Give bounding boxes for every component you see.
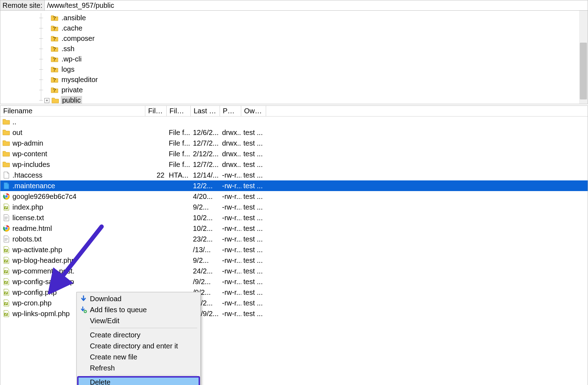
file-size-cell bbox=[145, 249, 167, 250]
file-own-cell: test ... bbox=[241, 202, 266, 212]
tree-item-label: logs bbox=[60, 65, 76, 74]
folder-unknown-icon bbox=[51, 45, 59, 53]
file-name-cell: wp-admin bbox=[0, 139, 145, 148]
folder-unknown-icon bbox=[51, 35, 59, 43]
folder-icon bbox=[2, 139, 10, 147]
file-perm-cell: -rw-r... bbox=[220, 224, 241, 233]
file-name-label: license.txt bbox=[12, 214, 44, 222]
file-name-label: index.php bbox=[12, 203, 43, 211]
column-owner[interactable]: Own... bbox=[241, 106, 266, 116]
tree-scrollbar-thumb[interactable] bbox=[580, 43, 587, 99]
file-rows: ..outFile f...12/6/2...drwx...test ...wp… bbox=[0, 116, 588, 319]
file-type-cell: File f... bbox=[167, 149, 191, 159]
tree-item-label: .cache bbox=[60, 24, 84, 33]
file-date-cell: 23/2... bbox=[191, 234, 220, 244]
tree-item[interactable]: logs bbox=[39, 64, 588, 75]
folder-icon bbox=[52, 97, 59, 104]
tree-scrollbar[interactable] bbox=[579, 11, 588, 104]
tree-item[interactable]: mysqleditor bbox=[39, 75, 588, 85]
file-own-cell: test ... bbox=[241, 139, 266, 148]
file-row[interactable]: outFile f...12/6/2...drwx...test ... bbox=[0, 127, 588, 138]
tree-item[interactable]: .cache bbox=[39, 23, 588, 33]
file-row[interactable]: wp-activate.php/13/...-rw-r...test ... bbox=[0, 244, 588, 255]
file-row[interactable]: google9269eb6c7c44/20...-rw-r...test ... bbox=[0, 191, 588, 202]
menu-separator bbox=[90, 328, 197, 328]
file-name-label: wp-activate.php bbox=[12, 246, 62, 254]
column-lastmodified[interactable]: Last m... bbox=[191, 106, 220, 116]
tree-item[interactable]: private bbox=[39, 85, 588, 95]
file-size-cell bbox=[145, 238, 167, 240]
menu-view-edit[interactable]: View/Edit bbox=[78, 315, 199, 326]
file-type-cell: File f... bbox=[167, 128, 191, 137]
column-filesize[interactable]: Files... bbox=[145, 106, 167, 116]
menu-delete[interactable]: Delete bbox=[78, 377, 199, 385]
file-list-header[interactable]: Filename Files... Filet... Last m... Per… bbox=[0, 106, 588, 116]
tree-item[interactable]: .ansible bbox=[39, 13, 588, 23]
file-type-cell bbox=[167, 238, 191, 240]
file-row[interactable]: index.php9/2...-rw-r...test ... bbox=[0, 202, 588, 212]
menu-download[interactable]: Download bbox=[78, 293, 199, 304]
file-row[interactable]: .maintenance12/2...-rw-r...test ... bbox=[0, 180, 588, 191]
file-row[interactable]: .htaccess22HTA...12/14/...-rw-r...test .… bbox=[0, 170, 588, 180]
php-file-icon bbox=[2, 299, 10, 307]
folder-icon bbox=[2, 150, 10, 158]
menu-refresh[interactable]: Refresh bbox=[78, 363, 199, 374]
menu-create-new-file[interactable]: Create new file bbox=[78, 352, 199, 363]
file-row[interactable]: robots.txt23/2...-rw-r...test ... bbox=[0, 234, 588, 244]
file-row[interactable]: wp-contentFile f...2/12/2...drwx...test … bbox=[0, 148, 588, 159]
file-row[interactable]: readme.html10/2...-rw-r...test ... bbox=[0, 223, 588, 234]
file-own-cell: test ... bbox=[241, 192, 266, 201]
file-size-cell bbox=[145, 281, 167, 282]
file-icon bbox=[2, 182, 10, 190]
menu-refresh-label: Refresh bbox=[90, 364, 115, 372]
tree-item[interactable]: .ssh bbox=[39, 44, 588, 54]
tree-item-label: .wp-cli bbox=[60, 55, 83, 64]
file-size-cell bbox=[145, 260, 167, 261]
file-perm-cell: -rw-r... bbox=[220, 298, 241, 308]
file-row[interactable]: wp-blog-header.php9/2...-rw-r...test ... bbox=[0, 255, 588, 266]
file-date-cell: 12/7/2... bbox=[191, 160, 220, 169]
folder-unknown-icon bbox=[51, 14, 59, 22]
text-file-icon bbox=[2, 214, 10, 222]
file-date-cell: 24/2... bbox=[191, 266, 220, 276]
file-name-cell: google9269eb6c7c4 bbox=[0, 192, 145, 201]
file-row[interactable]: wp-comments-post.24/2...-rw-r...test ... bbox=[0, 266, 588, 276]
column-filename[interactable]: Filename bbox=[0, 106, 145, 116]
directory-tree[interactable]: .ansible.cache.composer.ssh.wp-clilogsmy… bbox=[0, 11, 588, 104]
menu-create-directory-enter[interactable]: Create directory and enter it bbox=[78, 341, 199, 352]
file-name-label: wp-includes bbox=[12, 161, 50, 169]
file-type-cell bbox=[167, 185, 191, 186]
file-own-cell: test ... bbox=[241, 234, 266, 244]
file-date-cell: 12/6/2... bbox=[191, 128, 220, 137]
folder-unknown-icon bbox=[51, 86, 59, 94]
file-row[interactable]: wp-config-sample.p/9/2...-rw-r...test ..… bbox=[0, 276, 588, 287]
tree-item[interactable]: .wp-cli bbox=[39, 54, 588, 64]
tree-item[interactable]: +public bbox=[39, 95, 588, 104]
file-date-cell: 12/14/... bbox=[191, 170, 220, 180]
column-permissions[interactable]: Per... bbox=[220, 106, 241, 116]
context-menu: Download Add files to queue View/Edit Cr… bbox=[76, 292, 201, 385]
file-icon bbox=[2, 171, 10, 179]
php-file-icon bbox=[2, 203, 10, 211]
menu-create-directory-enter-label: Create directory and enter it bbox=[90, 342, 178, 350]
folder-unknown-icon bbox=[51, 76, 59, 84]
column-filetype[interactable]: Filet... bbox=[167, 106, 191, 116]
file-perm-cell: drwx... bbox=[220, 160, 241, 169]
file-row[interactable]: .. bbox=[0, 116, 588, 127]
file-row[interactable]: license.txt10/2...-rw-r...test ... bbox=[0, 212, 588, 223]
menu-add-to-queue[interactable]: Add files to queue bbox=[78, 304, 199, 315]
tree-expander-icon[interactable]: + bbox=[44, 98, 49, 103]
file-type-cell bbox=[167, 249, 191, 250]
file-row[interactable]: wp-includesFile f...12/7/2...drwx...test… bbox=[0, 159, 588, 170]
remote-site-path-input[interactable] bbox=[45, 0, 588, 10]
file-row[interactable]: wp-adminFile f...12/7/2...drwx...test ..… bbox=[0, 138, 588, 148]
menu-create-directory[interactable]: Create directory bbox=[78, 330, 199, 341]
file-name-label: wp-config-sample.p bbox=[12, 278, 74, 286]
tree-item[interactable]: .composer bbox=[39, 33, 588, 44]
file-name-label: wp-content bbox=[12, 150, 47, 158]
file-type-cell: File f... bbox=[167, 160, 191, 169]
php-file-icon bbox=[2, 267, 10, 275]
file-list-pane: Filename Files... Filet... Last m... Per… bbox=[0, 106, 588, 385]
file-size-cell bbox=[145, 153, 167, 154]
php-file-icon bbox=[2, 278, 10, 286]
